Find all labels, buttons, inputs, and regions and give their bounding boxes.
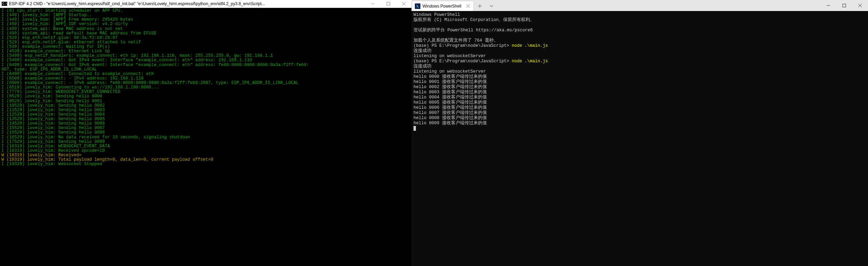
minimize-button[interactable] bbox=[820, 0, 836, 11]
log-line: I (18319) lovely_him: WEBSOCKET_EVENT_DA… bbox=[1, 144, 411, 149]
log-line: I (11529) lovely_him: Sending hello 0003 bbox=[1, 108, 411, 113]
output-line: listening on websocketServer bbox=[413, 54, 866, 59]
powershell-icon bbox=[415, 3, 420, 9]
cmd-terminal-output[interactable]: I (0) cpu_start: Starting scheduler on A… bbox=[0, 8, 411, 266]
powershell-terminal-output[interactable]: Windows PowerShell版权所有 (C) Microsoft Cor… bbox=[411, 11, 868, 266]
terminal-window-controls bbox=[820, 0, 868, 11]
log-line: I (17529) lovely_him: Sending hello 0009 bbox=[1, 140, 411, 144]
maximize-button[interactable] bbox=[836, 0, 852, 11]
log-line: I (9529) lovely_him: Sending hello 0001 bbox=[1, 99, 411, 104]
prompt-text: (base) PS E:\Program\node\JavaScript> bbox=[413, 59, 512, 64]
close-button[interactable] bbox=[852, 0, 868, 11]
output-line: hello 0009 接收客户端传过来的值 bbox=[413, 121, 866, 126]
output-line: 加载个人及系统配置文件用了 764 毫秒。 bbox=[413, 38, 866, 43]
cmd-window-icon: C:\. bbox=[0, 0, 9, 8]
log-line: I (499) system_api: Base MAC address is … bbox=[1, 27, 411, 31]
log-line: I (5499) example_connect: Got IPv4 event… bbox=[1, 58, 411, 63]
minimize-button[interactable] bbox=[365, 0, 380, 8]
log-line: I (499) system_api: read default base MA… bbox=[1, 31, 411, 36]
output-line: hello 0006 接收客户端传过来的值 bbox=[413, 105, 866, 110]
log-line: I (10529) lovely_him: Sending hello 0002 bbox=[1, 104, 411, 108]
log-line: I (8529) lovely_him: Sending hello 0000 bbox=[1, 94, 411, 99]
prompt-line: (base) PS E:\Program\node\JavaScript> no… bbox=[413, 43, 866, 49]
log-line: I (6499) example_connect: Connected to e… bbox=[1, 72, 411, 76]
prompt-line: (base) PS E:\Program\node\JavaScript> no… bbox=[413, 59, 866, 64]
output-line: hello 0008 接收客户端传过来的值 bbox=[413, 116, 866, 121]
output-line bbox=[413, 33, 866, 38]
esp-idf-cmd-window: C:\. ESP-IDF 4.2 CMD - "e:\Users\Lovely_… bbox=[0, 0, 411, 266]
log-line: I (529) esp_eth.netif.glue: 08:3a:f2:b9:… bbox=[1, 36, 411, 40]
cmd-titlebar[interactable]: C:\. ESP-IDF 4.2 CMD - "e:\Users\Lovely_… bbox=[0, 0, 411, 8]
prompt-text: (base) PS E:\Program\node\JavaScript> bbox=[413, 43, 512, 48]
powershell-window: Windows PowerShell Windows PowerShell版权所… bbox=[411, 0, 868, 266]
cmd-icon: C:\. bbox=[2, 2, 7, 6]
output-line: hello 0001 接收客户端传过来的值 bbox=[413, 79, 866, 85]
command-text: node .\main.js bbox=[512, 59, 548, 64]
output-line: hello 0007 接收客户端传过来的值 bbox=[413, 110, 866, 116]
log-line: I (16529) lovely_him: No data received f… bbox=[1, 135, 411, 140]
cmd-title-text: ESP-IDF 4.2 CMD - "e:\Users\Lovely_him\.… bbox=[9, 1, 365, 6]
output-line: hello 0005 接收客户端传过来的值 bbox=[413, 100, 866, 105]
cursor-line bbox=[413, 126, 866, 131]
output-line bbox=[413, 23, 866, 28]
output-line: 连接成功 bbox=[413, 64, 866, 69]
cursor bbox=[413, 126, 416, 131]
cmd-window-controls bbox=[365, 0, 411, 8]
output-line: hello 0000 接收客户端传过来的值 bbox=[413, 74, 866, 79]
output-line: hello 0003 接收客户端传过来的值 bbox=[413, 90, 866, 95]
log-line: I (6499) example_connect: Got IPv6 event… bbox=[1, 63, 411, 67]
output-line: 连接成功 bbox=[413, 49, 866, 54]
tab-title: Windows PowerShell bbox=[422, 4, 463, 9]
log-line: 807, type: ESP_IP6_ADDR_IS_LINK_LOCAL bbox=[1, 67, 411, 72]
maximize-button[interactable] bbox=[380, 0, 396, 8]
terminal-titlebar[interactable]: Windows PowerShell bbox=[411, 0, 868, 11]
svg-rect-10 bbox=[843, 4, 846, 7]
new-tab-button[interactable] bbox=[474, 1, 486, 11]
output-line: 版权所有 (C) Microsoft Corporation。保留所有权利。 bbox=[413, 18, 866, 23]
output-line: Windows PowerShell bbox=[413, 12, 866, 18]
tab-close-button[interactable] bbox=[465, 3, 471, 9]
output-line: hello 0004 接收客户端传过来的值 bbox=[413, 95, 866, 100]
log-line: I (19329) lovely_him: Websocket Stopped bbox=[1, 162, 411, 167]
output-line: listening on websocketServer bbox=[413, 69, 866, 74]
log-line: I (459) lovely_him: [APP] IDF version: v… bbox=[1, 22, 411, 26]
svg-rect-1 bbox=[387, 2, 390, 6]
output-line: 尝试新的跨平台 PowerShell https://aka.ms/pscore… bbox=[413, 28, 866, 33]
tab-powershell[interactable]: Windows PowerShell bbox=[412, 1, 474, 11]
log-line: I (16529) lovely_him: Sending hello 0008 bbox=[1, 130, 411, 135]
output-line: hello 0002 接收客户端传过来的值 bbox=[413, 85, 866, 90]
close-button[interactable] bbox=[396, 0, 411, 8]
tab-dropdown-button[interactable] bbox=[486, 1, 497, 11]
command-text: node .\main.js bbox=[512, 43, 548, 48]
